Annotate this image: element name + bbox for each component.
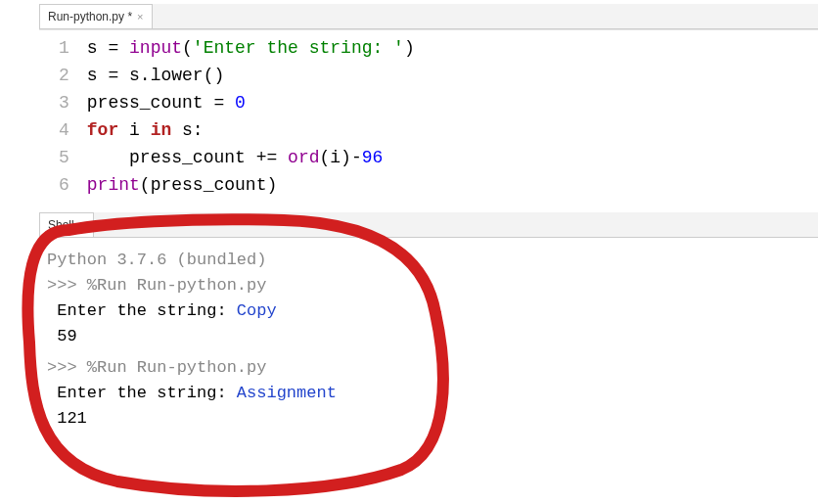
close-icon[interactable]: × (137, 11, 143, 23)
line-number: 3 (59, 89, 69, 116)
code-area[interactable]: 1 2 3 4 5 6 s = input('Enter the string:… (39, 29, 818, 203)
code-line: for i in s: (87, 116, 415, 144)
editor-tab-title: Run-python.py * (48, 10, 132, 23)
shell-pane: Shell × Python 3.7.6 (bundled)>>> %Run R… (39, 212, 818, 441)
line-number: 5 (59, 144, 69, 171)
editor-tab[interactable]: Run-python.py * × (39, 4, 153, 28)
shell-output[interactable]: Python 3.7.6 (bundled)>>> %Run Run-pytho… (39, 238, 818, 441)
shell-io-line: Enter the string: Copy (47, 298, 810, 324)
code-text[interactable]: s = input('Enter the string: ')s = s.low… (79, 30, 423, 203)
python-version: Python 3.7.6 (bundled) (47, 248, 810, 273)
editor-tab-bar: Run-python.py * × (39, 4, 818, 29)
line-number: 4 (59, 116, 69, 144)
shell-io-line: Enter the string: Assignment (47, 381, 810, 406)
line-number: 6 (59, 171, 69, 199)
shell-result-line: 121 (47, 406, 810, 432)
shell-command-line: >>> %Run Run-python.py (47, 355, 810, 381)
code-line: s = input('Enter the string: ') (87, 34, 415, 62)
code-line: print(press_count) (87, 171, 415, 199)
code-line: press_count = 0 (87, 89, 415, 116)
shell-command-line: >>> %Run Run-python.py (47, 273, 810, 298)
line-number: 2 (59, 62, 69, 89)
code-line: s = s.lower() (87, 62, 415, 89)
shell-tab[interactable]: Shell × (39, 212, 94, 237)
line-number: 1 (59, 34, 69, 62)
shell-tab-title: Shell (48, 218, 74, 232)
close-icon[interactable]: × (79, 219, 85, 231)
shell-tab-bar: Shell × (39, 212, 818, 238)
shell-result-line: 59 (47, 324, 810, 349)
editor-pane: Run-python.py * × 1 2 3 4 5 6 s = input(… (39, 4, 818, 203)
line-gutter: 1 2 3 4 5 6 (39, 30, 79, 203)
code-line: press_count += ord(i)-96 (87, 144, 415, 171)
